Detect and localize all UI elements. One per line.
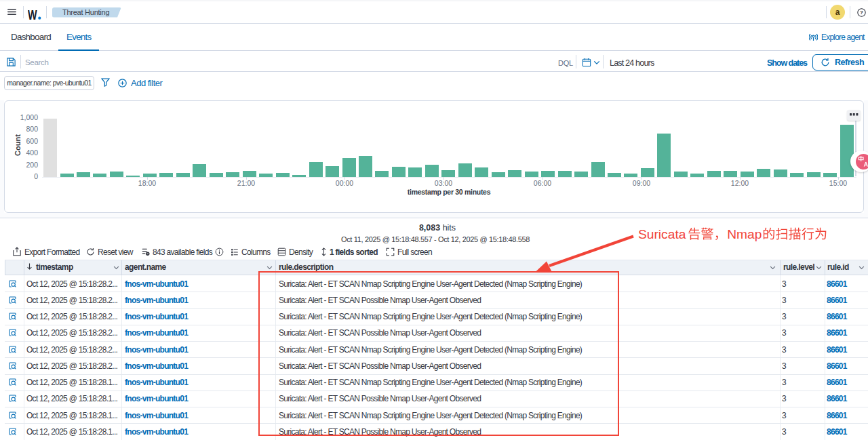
svg-text:Nmap: Nmap [727, 227, 762, 241]
svg-text:?: ? [860, 9, 863, 16]
svg-text:Suricata: Suricata [638, 227, 686, 241]
svg-text:W: W [28, 7, 37, 21]
